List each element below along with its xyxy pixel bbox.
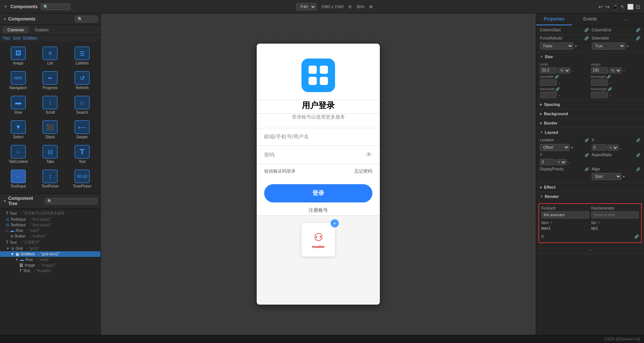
comp-refresh[interactable]: ↺ Refresh — [67, 69, 97, 92]
location-link-icon: 🔗 — [585, 138, 589, 142]
tab-custom[interactable]: Custom — [30, 26, 53, 33]
phone-register-text[interactable]: 注册账号 — [257, 205, 380, 215]
force-rebuild-select[interactable]: False — [540, 43, 573, 50]
if-row: If 🔗 — [541, 233, 639, 240]
tab-common[interactable]: Common — [3, 26, 29, 33]
huawei-card[interactable]: + ⚇ HuaWei — [301, 223, 335, 257]
background-section-header[interactable]: ▶ Background — [536, 109, 644, 118]
comp-scroll-label: Scroll — [46, 110, 55, 114]
y-value-input[interactable] — [540, 159, 555, 165]
comp-listitem[interactable]: ☰ ListItem — [67, 44, 97, 67]
comp-navigation[interactable]: NAV Navigation — [3, 69, 34, 92]
huawei-add-btn[interactable]: + — [331, 219, 339, 227]
tree-item-grid-1[interactable]: ▼ ⊞ Grid - "grid1" — [0, 246, 100, 251]
size-width-input[interactable] — [540, 67, 557, 73]
redo-icon[interactable]: ↪ — [605, 4, 610, 10]
tabcontent-icon: ▭ — [11, 145, 26, 158]
textinput-icon: ▭ — [11, 170, 26, 183]
key-generator-input[interactable] — [591, 211, 639, 218]
phone-input-password[interactable]: 密码 👁 — [257, 146, 380, 164]
size-height-unit-select[interactable]: %px — [609, 67, 622, 73]
comp-select[interactable]: ▼ Select — [3, 118, 34, 141]
comp-row[interactable]: ▬ Row — [3, 94, 34, 117]
render-section-header[interactable]: ▼ Render — [536, 192, 644, 201]
phone-logo-area — [257, 44, 380, 100]
tree-item-row-2[interactable]: ▷ ▬ Row - "row2" — [0, 228, 100, 233]
render-grid: ForEach KeyGenerator — [541, 206, 639, 218]
phone-login-button[interactable]: 登录 — [264, 184, 372, 202]
share-icon[interactable]: ⊡ — [636, 4, 640, 10]
right-panel: Properties Events ··· ColumnStart 🔗 Colu… — [536, 13, 644, 335]
comp-image[interactable]: 🖼 Image — [3, 44, 34, 67]
component-search-input[interactable] — [41, 3, 71, 10]
phone-portrait-icon[interactable]: 📱 — [612, 4, 618, 10]
x-unit-select[interactable]: %px — [607, 145, 619, 151]
tree-item-griditem-2[interactable]: ▼ ▦ GridItem - "grid-item2" — [0, 251, 100, 257]
tab-events[interactable]: Events — [572, 13, 608, 25]
select-icon: ▼ — [11, 120, 26, 134]
forgot-password-link[interactable]: 忘记密码 — [354, 168, 372, 174]
location-value-select[interactable]: Offset — [540, 144, 570, 151]
tree-item-image-2[interactable]: 🖼 Image - "image2" — [0, 262, 100, 268]
layout-section-header[interactable]: ▼ Layout — [536, 128, 644, 137]
x-value-input[interactable] — [592, 144, 607, 151]
for-each-label: ForEach — [541, 206, 589, 210]
tree-item-text-2[interactable]: T Text - "注册账号" — [0, 239, 100, 246]
zoom-decrease-icon[interactable]: ⊖ — [348, 4, 352, 9]
size-minheight-input[interactable] — [591, 79, 608, 86]
tree-item-text-1[interactable]: T Text - "登录账号以使用更多服务 — [0, 210, 100, 217]
undo-icon[interactable]: ↩ — [598, 4, 603, 10]
tree-item-text-3[interactable]: T Text - "HuaWei" — [0, 268, 100, 274]
tree-item-button-1[interactable]: ⊙ Button - "button1" — [0, 233, 100, 239]
tab-properties[interactable]: Properties — [536, 13, 572, 25]
list-icon: ≡ — [43, 47, 57, 60]
size-grid: Width %px ⌄ Height — [536, 61, 644, 100]
size-height-input[interactable] — [591, 67, 608, 73]
layout-section: ▼ Layout Location 🔗 X 🔗 — [536, 128, 644, 183]
size-maxheight-input[interactable] — [591, 92, 608, 98]
zoom-increase-icon[interactable]: ⊕ — [369, 4, 373, 9]
comp-list[interactable]: ≡ List — [35, 44, 66, 67]
comp-textpicker[interactable]: ↕ TextPicker — [35, 167, 66, 191]
stack-icon: ⬛ — [43, 120, 57, 134]
size-minheight-value-row: ⌄ — [591, 79, 641, 86]
idx-label: Idx — [591, 221, 596, 225]
align-value-select[interactable]: Start — [592, 173, 622, 180]
phone-input-email[interactable]: 邮箱/手机号/用户名 — [257, 128, 380, 146]
sms-login-link[interactable]: 短信验证码登录 — [264, 168, 296, 174]
size-width-unit-select[interactable]: %px — [558, 67, 570, 73]
x-col: X 🔗 — [592, 138, 641, 142]
comp-stack[interactable]: ⬛ Stack — [35, 118, 66, 141]
size-minwidth-input[interactable] — [540, 79, 557, 86]
textpicker-icon: ↕ — [43, 170, 57, 183]
comp-progress[interactable]: ━ Progress — [35, 69, 66, 92]
components-collapse-icon: ▼ — [3, 17, 7, 21]
zoom-level-display: 36% — [356, 4, 365, 9]
y-unit-select[interactable]: %px — [556, 159, 567, 165]
layout-icon[interactable]: ⬜ — [627, 4, 634, 10]
components-search-input[interactable] — [75, 16, 97, 22]
comp-search[interactable]: ⌕ Search — [67, 94, 97, 117]
tree-item-row-3[interactable]: ▼ ▬ Row - "row3" — [0, 257, 100, 262]
comp-timepicker[interactable]: 00:00 TimePicker — [67, 167, 97, 191]
comp-swiper[interactable]: ⟵ Swiper — [67, 118, 97, 141]
effect-section-header[interactable]: ▶ Effect — [536, 183, 644, 192]
cursor-icon[interactable]: ↖ — [620, 4, 625, 10]
size-section-header[interactable]: ▼ Size — [536, 52, 644, 61]
spacing-section-header[interactable]: ▶ Spacing — [536, 100, 644, 109]
tree-item-textinput-2[interactable]: ⊡ TextInput - "text-input2" — [0, 222, 100, 228]
comp-text[interactable]: T Text — [67, 143, 97, 166]
tree-search-input[interactable] — [45, 198, 97, 204]
logo-dot-2 — [320, 66, 328, 74]
comp-scroll[interactable]: ↕ Scroll — [35, 94, 66, 117]
tree-item-textinput-1[interactable]: ⊡ TextInput - "text-input1" — [0, 217, 100, 222]
logo-dots — [303, 60, 334, 91]
comp-tabs[interactable]: ⊟ Tabs — [35, 143, 66, 166]
comp-tabcontent[interactable]: ▭ TabContent — [3, 143, 34, 166]
selectable-select[interactable]: True — [592, 43, 625, 50]
comp-textinput[interactable]: ▭ TextInput — [3, 167, 34, 191]
border-section-header[interactable]: ▶ Border — [536, 119, 644, 128]
device-selector[interactable]: P40 — [296, 3, 316, 10]
size-maxwidth-input[interactable] — [540, 92, 557, 98]
for-each-input[interactable] — [541, 211, 589, 218]
